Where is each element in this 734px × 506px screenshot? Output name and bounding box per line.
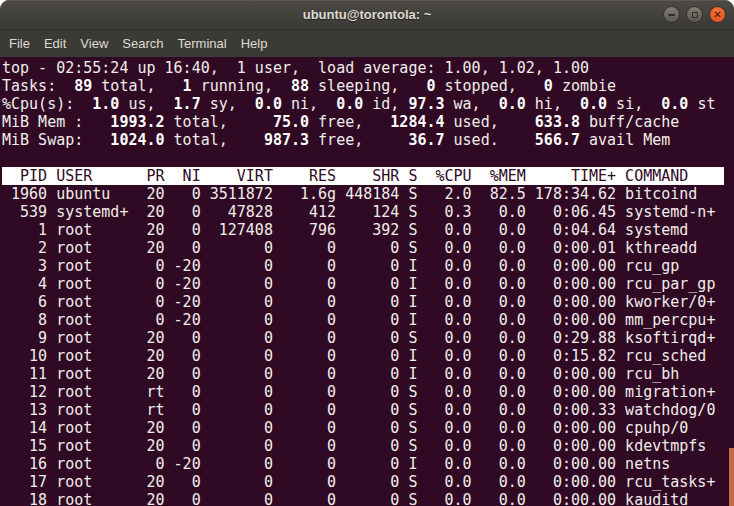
summary-segment: free, [309, 113, 372, 131]
table-header-text: PID USER PR NI VIRT RES SHR S %CPU %MEM … [2, 167, 724, 185]
summary-segment: 1024.0 [92, 131, 164, 149]
top-summary-line: Tasks: 89 total, 1 running, 88 sleeping,… [2, 77, 734, 95]
summary-segment: 1.7 [165, 95, 201, 113]
summary-segment: id, [363, 95, 408, 113]
summary-segment: ni, [282, 95, 327, 113]
top-summary-line: MiB Swap: 1024.0 total, 987.3 free, 36.7… [2, 131, 734, 149]
process-row: 16 root 0 -20 0 0 0 I 0.0 0.0 0:00.00 ne… [2, 455, 734, 473]
process-row: 539 systemd+ 20 0 47828 412 124 S 0.3 0.… [2, 203, 734, 221]
process-row: 9 root 20 0 0 0 0 S 0.0 0.0 0:29.88 ksof… [2, 329, 734, 347]
summary-segment: buff/cache [580, 113, 679, 131]
top-summary-line: %Cpu(s): 1.0 us, 1.7 sy, 0.0 ni, 0.0 id,… [2, 95, 734, 113]
summary-segment: MiB Swap: [2, 131, 92, 149]
summary-segment: us, [119, 95, 164, 113]
summary-segment: running, [192, 77, 282, 95]
summary-segment: 566.7 [508, 131, 580, 149]
summary-segment: avail Mem [580, 131, 670, 149]
process-row: 13 root rt 0 0 0 0 S 0.0 0.0 0:00.33 wat… [2, 401, 734, 419]
blank-line [2, 149, 734, 167]
summary-segment: free, [309, 131, 372, 149]
summary-segment: total, [165, 131, 237, 149]
process-row: 17 root 20 0 0 0 0 S 0.0 0.0 0:00.00 rcu… [2, 473, 734, 491]
process-row: 15 root 20 0 0 0 0 S 0.0 0.0 0:00.00 kde… [2, 437, 734, 455]
minimize-button[interactable] [663, 6, 680, 23]
process-row: 1 root 20 0 127408 796 392 S 0.0 0.0 0:0… [2, 221, 734, 239]
top-summary-line: top - 02:55:24 up 16:40, 1 user, load av… [2, 59, 734, 77]
process-row: 1960 ubuntu 20 0 3511872 1.6g 448184 S 2… [2, 185, 734, 203]
summary-segment: 89 [65, 77, 92, 95]
summary-segment: top - 02:55:24 up 16:40, 1 user, load av… [2, 59, 589, 77]
summary-segment: total, [92, 77, 173, 95]
summary-segment: 75.0 [237, 113, 309, 131]
summary-segment: si, [607, 95, 652, 113]
terminal-screen[interactable]: top - 02:55:24 up 16:40, 1 user, load av… [0, 57, 734, 506]
summary-segment: 36.7 [372, 131, 444, 149]
summary-segment: 1.0 [83, 95, 119, 113]
process-row: 8 root 0 -20 0 0 0 I 0.0 0.0 0:00.00 mm_… [2, 311, 734, 329]
summary-segment: 1 [174, 77, 192, 95]
summary-segment: 0 [535, 77, 553, 95]
process-row: 14 root 20 0 0 0 0 S 0.0 0.0 0:00.00 cpu… [2, 419, 734, 437]
summary-segment: 0.0 [246, 95, 282, 113]
process-row: 11 root 20 0 0 0 0 I 0.0 0.0 0:00.00 rcu… [2, 365, 734, 383]
menu-item-terminal[interactable]: Terminal [171, 32, 234, 55]
scrollbar-thumb[interactable] [729, 448, 734, 506]
terminal-window: ubuntu@torontola: ~ ✕ FileEditViewSearch… [0, 0, 734, 506]
summary-segment: used, [445, 113, 508, 131]
summary-segment: 1993.2 [92, 113, 164, 131]
process-row: 18 root 20 0 0 0 0 S 0.0 0.0 0:00.00 kau… [2, 491, 734, 506]
summary-segment: st [688, 95, 715, 113]
maximize-icon [692, 12, 698, 18]
summary-segment: Tasks: [2, 77, 65, 95]
summary-segment: 1284.4 [372, 113, 444, 131]
summary-segment: stopped, [436, 77, 535, 95]
summary-segment: 0.0 [327, 95, 363, 113]
menu-item-help[interactable]: Help [234, 32, 275, 55]
process-row: 3 root 0 -20 0 0 0 I 0.0 0.0 0:00.00 rcu… [2, 257, 734, 275]
process-row: 6 root 0 -20 0 0 0 I 0.0 0.0 0:00.00 kwo… [2, 293, 734, 311]
process-table-header: PID USER PR NI VIRT RES SHR S %CPU %MEM … [2, 167, 734, 185]
close-icon: ✕ [713, 10, 721, 20]
summary-segment: zombie [553, 77, 616, 95]
process-row: 2 root 20 0 0 0 0 S 0.0 0.0 0:00.01 kthr… [2, 239, 734, 257]
summary-segment: wa, [445, 95, 490, 113]
window-controls: ✕ [663, 0, 726, 29]
summary-segment: hi, [526, 95, 571, 113]
summary-segment: MiB Mem : [2, 113, 92, 131]
summary-segment: 0.0 [571, 95, 607, 113]
minimize-icon [668, 14, 675, 16]
summary-segment: 97.3 [408, 95, 444, 113]
summary-segment: used. [445, 131, 508, 149]
process-row: 10 root 20 0 0 0 0 I 0.0 0.0 0:15.82 rcu… [2, 347, 734, 365]
summary-segment: 633.8 [508, 113, 580, 131]
summary-segment: 987.3 [237, 131, 309, 149]
menu-item-search[interactable]: Search [115, 32, 170, 55]
close-button[interactable]: ✕ [709, 6, 726, 23]
summary-segment: 0.0 [490, 95, 526, 113]
summary-segment: %Cpu(s): [2, 95, 83, 113]
terminal-output: top - 02:55:24 up 16:40, 1 user, load av… [0, 57, 734, 506]
summary-segment: 88 [282, 77, 309, 95]
process-row: 12 root rt 0 0 0 0 S 0.0 0.0 0:00.00 mig… [2, 383, 734, 401]
maximize-button[interactable] [686, 6, 703, 23]
top-summary-line: MiB Mem : 1993.2 total, 75.0 free, 1284.… [2, 113, 734, 131]
summary-segment: total, [165, 113, 237, 131]
summary-segment: sleeping, [309, 77, 417, 95]
summary-segment: 0 [417, 77, 435, 95]
titlebar[interactable]: ubuntu@torontola: ~ ✕ [0, 0, 734, 30]
window-title: ubuntu@torontola: ~ [0, 0, 734, 29]
menu-item-view[interactable]: View [73, 32, 115, 55]
menubar: FileEditViewSearchTerminalHelp [0, 30, 734, 57]
menu-item-file[interactable]: File [2, 32, 37, 55]
summary-segment: sy, [201, 95, 246, 113]
menu-item-edit[interactable]: Edit [37, 32, 73, 55]
process-row: 4 root 0 -20 0 0 0 I 0.0 0.0 0:00.00 rcu… [2, 275, 734, 293]
summary-segment: 0.0 [652, 95, 688, 113]
